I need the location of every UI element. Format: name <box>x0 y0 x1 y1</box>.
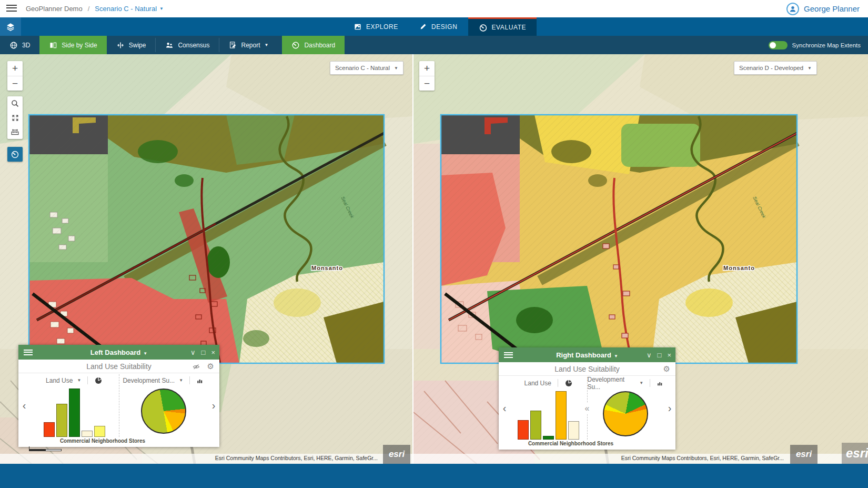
bar-chart-icon[interactable] <box>196 376 204 384</box>
close-button[interactable]: × <box>667 351 671 359</box>
mode-tabs: EXPLORE DESIGN EVALUATE <box>343 17 537 36</box>
attribution-text: Esri Community Maps Contributors, Esri, … <box>621 455 784 461</box>
measure-ruler-icon <box>11 127 19 136</box>
land-use-panel-title[interactable]: Land Use <box>524 380 551 387</box>
bar-segment <box>543 436 554 440</box>
tab-design[interactable]: DESIGN <box>409 17 468 36</box>
maximize-button[interactable]: □ <box>658 351 662 359</box>
collapse-button[interactable]: ∨ <box>190 348 196 356</box>
land-use-bar-chart[interactable] <box>517 391 580 440</box>
expand-arrows-icon <box>11 114 19 122</box>
eye-hidden-icon[interactable] <box>192 362 200 371</box>
development-suitability-chart-panel: Development Su... ▼ <box>588 376 664 441</box>
right-dashboard-header[interactable]: Right Dashboard▼ ∨ □ × <box>499 347 675 362</box>
left-map-tools <box>7 96 23 139</box>
chevron-down-icon[interactable]: ▼ <box>179 378 183 383</box>
map-dashboard-toggle-button[interactable] <box>7 147 23 162</box>
left-dashboard-title[interactable]: Left Dashboard▼ <box>90 348 147 356</box>
divider <box>189 376 190 384</box>
bar-chart-icon[interactable] <box>657 379 664 387</box>
side-by-side-button[interactable]: Side by Side <box>39 36 106 54</box>
land-use-panel-title[interactable]: Land Use <box>46 377 73 384</box>
chevron-down-icon: ▼ <box>394 66 398 71</box>
zoom-out-button[interactable]: − <box>7 76 23 91</box>
development-suitability-pie-chart[interactable] <box>603 391 648 436</box>
pencil-icon <box>419 23 427 31</box>
left-dashboard-header[interactable]: Left Dashboard▼ ∨ □ × <box>18 345 219 360</box>
dashboard-button[interactable]: Dashboard <box>282 36 345 54</box>
previous-chart-button[interactable]: ‹ <box>18 373 30 438</box>
previous-chart-button[interactable]: ‹ <box>499 376 510 441</box>
nav-bar: EXPLORE DESIGN EVALUATE <box>0 17 868 36</box>
3d-button[interactable]: 3D <box>0 36 39 54</box>
next-chart-button[interactable]: › <box>664 376 675 441</box>
report-label: Report <box>241 42 260 49</box>
gear-icon[interactable]: ⚙ <box>663 365 670 373</box>
close-button[interactable]: × <box>211 348 215 356</box>
user-name[interactable]: George Planner <box>804 4 860 13</box>
scale-bar <box>29 446 62 451</box>
main-menu-button[interactable] <box>5 2 18 16</box>
tab-design-label: DESIGN <box>431 23 458 31</box>
collapse-button[interactable]: ∨ <box>647 351 652 359</box>
zoom-in-button[interactable]: + <box>419 61 435 76</box>
land-use-bar-chart[interactable] <box>43 389 106 437</box>
attribution-text: Esri Community Maps Contributors, Esri, … <box>215 455 378 461</box>
left-dashboard-body: ‹ Land Use ▼ Development Su... <box>18 373 219 438</box>
layers-button[interactable] <box>0 17 21 36</box>
pie-chart-icon[interactable] <box>94 376 103 385</box>
gear-icon[interactable]: ⚙ <box>207 362 214 370</box>
zoom-in-button[interactable]: + <box>7 61 23 76</box>
bar-segment <box>556 391 567 440</box>
chevron-down-icon[interactable]: ▼ <box>77 378 81 383</box>
zoom-out-button[interactable]: − <box>419 76 435 91</box>
chevron-down-icon[interactable]: ▼ <box>159 6 164 11</box>
left-scenario-value: Scenario C - Natural <box>335 65 390 71</box>
measure-button[interactable] <box>7 125 23 139</box>
person-icon <box>789 5 797 13</box>
chevron-down-icon[interactable]: ▼ <box>639 381 643 385</box>
tab-explore[interactable]: EXPLORE <box>343 17 409 36</box>
tab-explore-label: EXPLORE <box>366 23 398 31</box>
swipe-button[interactable]: Swipe <box>107 36 156 54</box>
development-panel-title[interactable]: Development Su... <box>588 376 635 391</box>
globe-icon <box>9 41 18 49</box>
tab-evaluate[interactable]: EVALUATE <box>468 17 537 36</box>
chevron-down-icon: ▼ <box>614 354 618 358</box>
3d-label: 3D <box>22 42 30 49</box>
search-button[interactable] <box>7 96 23 111</box>
toggle-knob <box>770 42 776 48</box>
bar-segment <box>44 422 55 437</box>
consensus-button[interactable]: Consensus <box>156 36 219 54</box>
bottom-bar <box>0 464 868 488</box>
right-scenario-value: Scenario D - Developed <box>739 65 803 71</box>
map-compare-area: Monsanto Seal Creek + − <box>0 54 868 464</box>
hamburger-icon[interactable] <box>504 352 513 358</box>
left-zoom-controls: + − <box>7 61 23 91</box>
pie-chart-icon[interactable] <box>564 379 573 387</box>
dashboard-label: Dashboard <box>304 42 335 49</box>
full-extent-button[interactable] <box>7 111 23 125</box>
development-suitability-pie-chart[interactable] <box>141 389 186 434</box>
breadcrumb-root[interactable]: GeoPlanner Demo <box>26 5 83 13</box>
right-scenario-selector[interactable]: Scenario D - Developed ▼ <box>734 61 817 75</box>
report-button[interactable]: Report ▼ <box>219 36 278 54</box>
swipe-label: Swipe <box>129 42 146 49</box>
right-map: Monsanto Seal Creek + − Scenario D - Dev… <box>413 54 868 464</box>
development-panel-title[interactable]: Development Su... <box>123 377 175 384</box>
window-controls: ∨ □ × <box>647 351 671 359</box>
left-dashboard-title-text: Left Dashboard <box>90 348 140 356</box>
right-dashboard-title[interactable]: Right Dashboard▼ <box>556 351 618 359</box>
right-dashboard-body: ‹ Land Use « Development Su... <box>499 376 675 441</box>
maximize-button[interactable]: □ <box>201 348 206 356</box>
divider <box>558 379 558 387</box>
next-chart-button[interactable]: › <box>208 373 219 438</box>
land-use-chart-panel: Land Use ▼ <box>30 373 119 438</box>
synchronize-toggle[interactable] <box>769 41 788 49</box>
search-icon <box>11 99 19 108</box>
left-scenario-selector[interactable]: Scenario C - Natural ▼ <box>330 61 403 75</box>
user-avatar[interactable] <box>786 3 799 15</box>
bar-segment <box>82 431 93 437</box>
hamburger-icon[interactable] <box>24 350 33 355</box>
breadcrumb-scenario[interactable]: Scenario C - Natural <box>95 5 157 13</box>
